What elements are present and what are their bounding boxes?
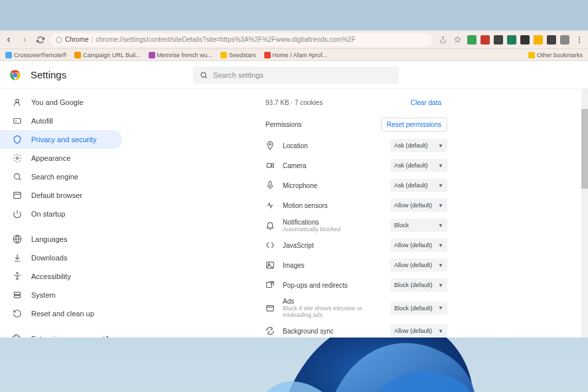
permission-select[interactable]: Block (default)▼ xyxy=(390,302,447,315)
extension-icon-3[interactable] xyxy=(507,35,516,45)
sidebar-item-system[interactable]: System xyxy=(0,286,122,304)
bookmarks-bar: Crossover®emote®Campaign URL Buil...Memr… xyxy=(0,49,588,61)
bookmark-item-4[interactable]: Home / Afam #prof... xyxy=(264,52,328,58)
search-icon xyxy=(200,71,208,79)
extension-icon-7[interactable] xyxy=(560,35,569,45)
other-bookmarks[interactable]: Other bookmarks xyxy=(528,52,583,58)
extension-icon-6[interactable] xyxy=(547,35,556,45)
browser-toolbar: Chrome | chrome://settings/content/siteD… xyxy=(0,31,588,49)
star-button[interactable] xyxy=(453,35,462,45)
bookmark-item-3[interactable]: Seedstars xyxy=(220,52,256,58)
svg-marker-1 xyxy=(454,37,460,43)
permission-select[interactable]: Allow (default)▼ xyxy=(390,199,447,212)
permission-select[interactable]: Ask (default)▼ xyxy=(390,139,447,152)
url-text: chrome://settings/content/siteDetails?si… xyxy=(96,36,356,43)
download-icon xyxy=(12,253,22,263)
sidebar-item-accessibility[interactable]: Accessibility xyxy=(0,267,122,286)
chevron-down-icon: ▼ xyxy=(438,143,443,149)
scrollbar[interactable] xyxy=(581,89,588,338)
other-bookmarks-label: Other bookmarks xyxy=(537,52,583,58)
sidebar-item-extensions[interactable]: Extensions xyxy=(0,330,122,338)
sidebar-item-default-browser[interactable]: Default browser xyxy=(0,186,122,205)
svg-point-8 xyxy=(15,99,19,102)
permission-value: Allow (default) xyxy=(394,242,432,248)
svg-point-19 xyxy=(269,144,271,146)
scrollbar-thumb[interactable] xyxy=(581,109,588,189)
sidebar-item-you-and-google[interactable]: You and Google xyxy=(0,93,122,112)
person-icon xyxy=(12,98,22,108)
image-icon xyxy=(265,260,275,270)
autofill-icon xyxy=(12,116,22,126)
bookmark-item-2[interactable]: Memrise french wo... xyxy=(149,52,213,58)
sidebar-item-appearance[interactable]: Appearance xyxy=(0,149,122,167)
chrome-logo-icon xyxy=(9,69,21,81)
bookmark-label: Crossover®emote® xyxy=(14,52,66,58)
permission-select[interactable]: Allow (default)▼ xyxy=(390,258,447,272)
extension-icon-2[interactable] xyxy=(494,35,503,45)
extension-icon-5[interactable] xyxy=(534,35,543,45)
system-icon xyxy=(12,290,22,300)
sidebar-item-privacy-and-security[interactable]: Privacy and security xyxy=(0,130,122,149)
reset-icon xyxy=(12,309,22,319)
power-icon xyxy=(12,209,22,219)
reset-permissions-button[interactable]: Reset permissions xyxy=(381,118,447,132)
extension-icon xyxy=(12,334,22,338)
permission-label: Pop-ups and redirects xyxy=(283,282,382,289)
permission-value: Ask (default) xyxy=(394,142,428,149)
site-info-icon xyxy=(56,37,62,43)
sidebar-item-label: Autofill xyxy=(31,117,53,125)
sidebar-item-label: Accessibility xyxy=(31,272,71,280)
external-link-icon xyxy=(100,334,110,338)
address-bar[interactable]: Chrome | chrome://settings/content/siteD… xyxy=(50,33,433,47)
browser-icon xyxy=(12,191,22,201)
chevron-down-icon: ▼ xyxy=(438,282,443,288)
settings-app: Settings Search settings You and GoogleA… xyxy=(0,61,588,338)
svg-point-10 xyxy=(16,157,19,159)
sidebar-item-reset-and-clean-up[interactable]: Reset and clean up xyxy=(0,304,122,323)
motion-icon xyxy=(265,201,275,210)
svg-rect-12 xyxy=(13,192,21,198)
forward-button[interactable] xyxy=(20,35,29,45)
share-button[interactable] xyxy=(438,35,447,45)
permission-label: Location xyxy=(283,142,382,149)
sidebar-item-downloads[interactable]: Downloads xyxy=(0,248,122,267)
reload-button[interactable] xyxy=(36,35,45,45)
clear-data-button[interactable]: Clear data xyxy=(405,96,447,110)
permission-select[interactable]: Allow (default)▼ xyxy=(390,239,447,252)
permission-select[interactable]: Block▼ xyxy=(390,219,447,232)
sidebar-item-on-startup[interactable]: On startup xyxy=(0,205,122,223)
shield-icon xyxy=(12,135,22,145)
permission-row-notifications: NotificationsAutomatically blocked Block… xyxy=(259,215,454,235)
permission-row-background-sync: Background sync Allow (default)▼ xyxy=(259,321,454,338)
bookmark-item-0[interactable]: Crossover®emote® xyxy=(5,52,66,58)
sidebar-item-search-engine[interactable]: Search engine xyxy=(0,167,122,186)
permission-select[interactable]: Ask (default)▼ xyxy=(390,179,447,192)
extension-icon-4[interactable] xyxy=(520,35,530,45)
bookmark-favicon xyxy=(220,52,227,58)
back-button[interactable] xyxy=(4,35,13,45)
permission-value: Block (default) xyxy=(394,305,433,312)
sidebar-item-languages[interactable]: Languages xyxy=(0,230,122,248)
bookmark-favicon xyxy=(74,52,81,58)
permission-value: Ask (default) xyxy=(394,162,428,169)
extension-icon-0[interactable] xyxy=(467,35,477,45)
svg-rect-16 xyxy=(14,296,20,298)
sidebar-item-label: System xyxy=(31,291,56,299)
permission-select[interactable]: Ask (default)▼ xyxy=(390,159,447,172)
site-usage-info: 93.7 KB · 7 cookies xyxy=(265,99,323,106)
permission-label: Motion sensors xyxy=(283,202,382,209)
permission-value: Block (default) xyxy=(394,282,433,288)
permission-label: AdsBlock if site shows intrusive or misl… xyxy=(283,298,382,318)
bookmark-label: Home / Afam #prof... xyxy=(273,52,328,58)
permission-select[interactable]: Allow (default)▼ xyxy=(390,324,447,338)
chevron-down-icon: ▼ xyxy=(438,262,443,268)
extension-icon-1[interactable] xyxy=(480,35,490,45)
svg-point-7 xyxy=(201,72,206,77)
permission-row-motion-sensors: Motion sensors Allow (default)▼ xyxy=(259,195,454,215)
permission-row-pop-ups-and-redirects: Pop-ups and redirects Block (default)▼ xyxy=(259,275,454,295)
menu-button[interactable] xyxy=(575,35,584,45)
permission-select[interactable]: Block (default)▼ xyxy=(390,278,447,292)
bookmark-item-1[interactable]: Campaign URL Buil... xyxy=(74,52,140,58)
sidebar-item-autofill[interactable]: Autofill xyxy=(0,112,122,130)
search-settings-input[interactable]: Search settings xyxy=(193,66,399,84)
